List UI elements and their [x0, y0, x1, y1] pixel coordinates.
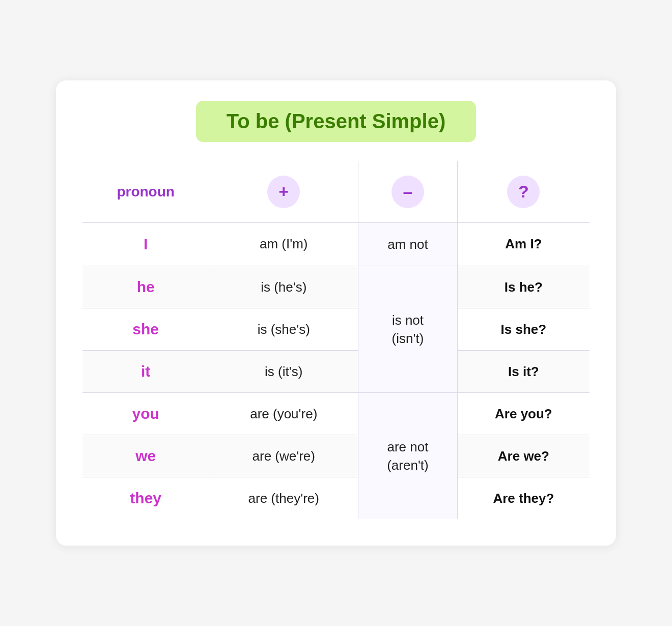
- question-they: Are they?: [457, 477, 590, 520]
- pronoun-she: she: [82, 308, 209, 351]
- pronoun-i: I: [82, 222, 209, 266]
- negative-badge: –: [391, 176, 424, 208]
- table-row: they are (they're) Are they?: [82, 477, 590, 520]
- negative-you-we-they: are not(aren't): [358, 393, 458, 520]
- header-positive: +: [209, 161, 358, 223]
- positive-she: is (she's): [209, 308, 358, 351]
- question-it: Is it?: [457, 351, 590, 393]
- pronoun-he: he: [82, 266, 209, 308]
- header-pronoun: pronoun: [82, 161, 209, 223]
- positive-they: are (they're): [209, 477, 358, 520]
- negative-he-she-it: is not(isn't): [358, 266, 458, 393]
- title-section: To be (Present Simple): [81, 101, 591, 142]
- grammar-table: pronoun + – ? I am (I'm) am not Am I?: [81, 160, 591, 520]
- positive-he: is (he's): [209, 266, 358, 308]
- table-row: I am (I'm) am not Am I?: [82, 222, 590, 266]
- table-row: she is (she's) Is she?: [82, 308, 590, 351]
- positive-we: are (we're): [209, 435, 358, 477]
- question-you: Are you?: [457, 393, 590, 435]
- table-row: it is (it's) Is it?: [82, 351, 590, 393]
- page-title: To be (Present Simple): [227, 110, 445, 133]
- question-we: Are we?: [457, 435, 590, 477]
- pronoun-it: it: [82, 351, 209, 393]
- header-negative: –: [358, 161, 458, 223]
- positive-it: is (it's): [209, 351, 358, 393]
- positive-badge: +: [267, 176, 300, 208]
- main-card: To be (Present Simple) pronoun + – ? I: [56, 80, 616, 546]
- pronoun-they: they: [82, 477, 209, 520]
- table-row: he is (he's) is not(isn't) Is he?: [82, 266, 590, 308]
- table-row: you are (you're) are not(aren't) Are you…: [82, 393, 590, 435]
- title-badge: To be (Present Simple): [196, 101, 476, 142]
- positive-i: am (I'm): [209, 222, 358, 266]
- negative-i: am not: [358, 222, 458, 266]
- pronoun-you: you: [82, 393, 209, 435]
- pronoun-we: we: [82, 435, 209, 477]
- table-header-row: pronoun + – ?: [82, 161, 590, 223]
- positive-you: are (you're): [209, 393, 358, 435]
- question-he: Is he?: [457, 266, 590, 308]
- question-she: Is she?: [457, 308, 590, 351]
- question-badge: ?: [507, 176, 540, 208]
- header-question: ?: [457, 161, 590, 223]
- question-i: Am I?: [457, 222, 590, 266]
- table-row: we are (we're) Are we?: [82, 435, 590, 477]
